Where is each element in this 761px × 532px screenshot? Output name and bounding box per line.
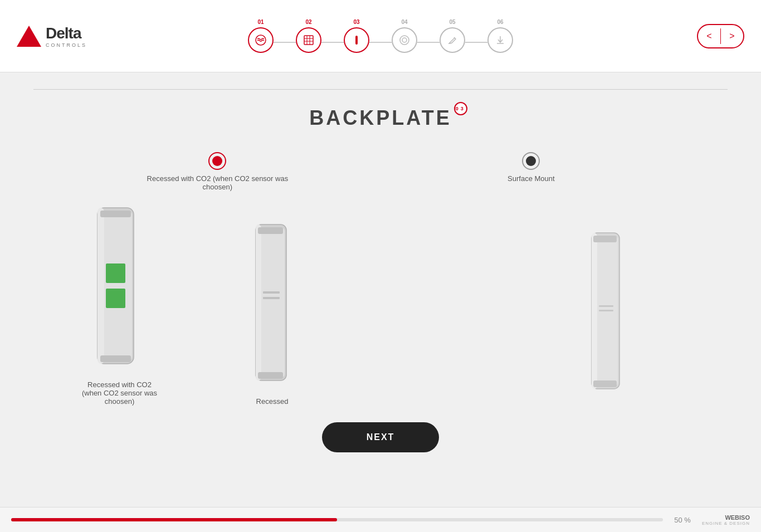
- svg-rect-19: [261, 227, 285, 378]
- step-02[interactable]: 02: [296, 19, 321, 53]
- step-06-circle[interactable]: [487, 27, 513, 53]
- step-01-circle[interactable]: [248, 27, 274, 53]
- step-05[interactable]: 05: [440, 19, 465, 53]
- connector-03-04: [369, 42, 392, 43]
- step-01-number: 01: [257, 19, 264, 25]
- option-recessed-co2-label: Recessed with CO2 (when CO2 sensor was c…: [139, 174, 295, 191]
- step-04-number: 04: [401, 19, 407, 25]
- step-03-number: 03: [353, 19, 359, 25]
- page-title: BACKPLATE 03: [309, 106, 451, 130]
- option-surface-mount[interactable]: Surface Mount: [508, 152, 555, 183]
- product-recessed-co2: Recessed with CO2(when CO2 sensor was ch…: [78, 202, 162, 406]
- radio-surface-mount[interactable]: [522, 152, 540, 170]
- radio-inner-surface-mount: [526, 156, 536, 166]
- header: Delta CONTROLS 01 02: [0, 0, 761, 72]
- step-05-icon: [446, 34, 458, 46]
- products-row: Recessed with CO2(when CO2 sensor was ch…: [33, 202, 728, 406]
- connector-05-06: [465, 42, 487, 43]
- progress-bar-container: [11, 518, 663, 521]
- connector-04-05: [417, 42, 440, 43]
- logo-triangle-icon: [17, 26, 41, 47]
- logo-main-text: Delta: [46, 25, 87, 42]
- svg-rect-6: [355, 36, 358, 45]
- backplate-surface-svg: [583, 227, 628, 400]
- page-title-container: BACKPLATE 03: [33, 89, 728, 130]
- top-divider: [33, 89, 728, 90]
- next-button[interactable]: NEXT: [322, 422, 440, 452]
- svg-rect-15: [100, 355, 131, 362]
- svg-point-0: [256, 35, 266, 45]
- step-05-number: 05: [449, 19, 455, 25]
- connector-02-03: [321, 42, 344, 43]
- svg-point-8: [402, 38, 407, 42]
- step-02-number: 02: [305, 19, 311, 25]
- webiso-logo-text: WEBISO: [702, 514, 750, 521]
- webiso-sub-text: ENGINE & DESIGN: [702, 521, 750, 526]
- step-06[interactable]: 06: [487, 19, 513, 53]
- radio-inner-recessed-co2: [212, 156, 222, 166]
- step-04[interactable]: 04: [392, 19, 417, 53]
- webiso-brand: WEBISO ENGINE & DESIGN: [702, 514, 750, 526]
- step-03-icon: [350, 34, 363, 46]
- svg-rect-16: [100, 211, 131, 217]
- svg-rect-23: [258, 227, 283, 234]
- step-03[interactable]: 03: [344, 19, 369, 53]
- svg-rect-20: [263, 291, 280, 294]
- footer: 50 % WEBISO ENGINE & DESIGN: [0, 507, 761, 532]
- progress-bar-fill: [11, 518, 337, 521]
- svg-rect-11: [97, 208, 104, 364]
- nav-next-button[interactable]: >: [721, 25, 743, 47]
- svg-rect-27: [593, 380, 617, 387]
- step-04-icon: [398, 34, 411, 46]
- svg-rect-21: [263, 297, 280, 299]
- svg-rect-18: [256, 224, 261, 380]
- nav-arrows[interactable]: < >: [697, 24, 744, 48]
- step-02-circle[interactable]: [296, 27, 321, 53]
- option-recessed-co2[interactable]: Recessed with CO2 (when CO2 sensor was c…: [139, 152, 295, 191]
- backplate-co2-svg: [86, 202, 153, 375]
- svg-rect-1: [304, 36, 313, 45]
- main-content: BACKPLATE 03 Recessed with CO2 (when CO2…: [0, 72, 761, 507]
- step-01-icon: [255, 34, 267, 46]
- svg-rect-25: [592, 233, 597, 389]
- logo: Delta CONTROLS: [17, 25, 87, 48]
- option-surface-mount-label: Surface Mount: [508, 174, 555, 183]
- options-row: Recessed with CO2 (when CO2 sensor was c…: [33, 152, 728, 191]
- backplate-recessed-image: [250, 219, 295, 392]
- step-04-circle[interactable]: [392, 27, 417, 53]
- product-recessed-co2-label: Recessed with CO2(when CO2 sensor was ch…: [78, 380, 162, 406]
- product-recessed: Recessed: [250, 219, 295, 406]
- connector-01-02: [274, 42, 296, 43]
- title-badge: 03: [454, 102, 467, 115]
- svg-rect-22: [258, 372, 283, 379]
- logo-sub-text: CONTROLS: [46, 42, 87, 48]
- next-btn-container: NEXT: [33, 422, 728, 452]
- svg-point-7: [400, 36, 409, 45]
- svg-rect-13: [106, 263, 125, 283]
- svg-rect-12: [104, 211, 132, 361]
- step-03-circle[interactable]: [344, 27, 369, 53]
- svg-rect-30: [599, 310, 613, 311]
- svg-rect-29: [599, 305, 613, 307]
- step-01[interactable]: 01: [248, 19, 274, 53]
- product-recessed-label: Recessed: [256, 397, 289, 406]
- progress-text: 50 %: [674, 516, 691, 524]
- steps-container: 01 02: [248, 19, 513, 53]
- step-06-icon: [494, 34, 506, 46]
- step-05-circle[interactable]: [440, 27, 465, 53]
- step-02-icon: [303, 34, 315, 46]
- step-06-number: 06: [497, 19, 503, 25]
- product-surface-mount: [583, 227, 628, 406]
- backplate-co2-image: [86, 202, 153, 375]
- svg-rect-28: [593, 236, 617, 242]
- backplate-recessed-svg: [250, 219, 295, 392]
- nav-prev-button[interactable]: <: [698, 25, 720, 47]
- backplate-surface-mount-image: [583, 227, 628, 400]
- radio-recessed-co2[interactable]: [208, 152, 226, 170]
- svg-rect-14: [106, 289, 125, 308]
